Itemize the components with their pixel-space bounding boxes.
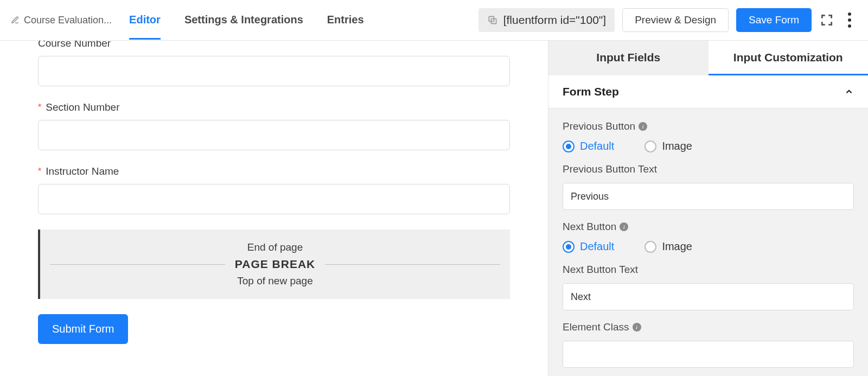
element-class-input[interactable] bbox=[563, 341, 854, 368]
fullscreen-icon[interactable] bbox=[819, 12, 834, 28]
field-label: * Section Number bbox=[38, 101, 510, 113]
radio-next-default[interactable]: Default bbox=[563, 240, 614, 253]
main-tabs: Editor Settings & Integrations Entries bbox=[129, 1, 472, 40]
panel-title: Form Step bbox=[563, 85, 619, 98]
panel-body: Previous Button i Default Image Previous… bbox=[548, 109, 868, 376]
radio-label: Image bbox=[662, 140, 692, 152]
field-course-number[interactable]: Course Number bbox=[38, 41, 510, 86]
copy-icon bbox=[487, 15, 498, 26]
field-label: * Instructor Name bbox=[38, 165, 510, 177]
info-icon[interactable]: i bbox=[620, 222, 628, 231]
sidebar: Input Fields Input Customization Form St… bbox=[548, 41, 868, 376]
setting-label: Next Button i bbox=[563, 221, 854, 233]
chevron-up-icon bbox=[844, 87, 854, 97]
setting-label: Element Class i bbox=[563, 321, 854, 333]
page-break-top: Top of new page bbox=[50, 275, 500, 287]
page-break-title: PAGE BREAK bbox=[50, 258, 500, 271]
label-text: Section Number bbox=[46, 101, 119, 113]
setting-prev-text: Previous Button Text bbox=[563, 163, 854, 210]
setting-element-class: Element Class i bbox=[563, 321, 854, 368]
editor-area: Course Number * Section Number * Instruc… bbox=[0, 41, 548, 376]
more-menu-icon[interactable] bbox=[842, 12, 857, 28]
setting-previous-button: Previous Button i Default Image bbox=[563, 120, 854, 152]
tab-entries[interactable]: Entries bbox=[327, 1, 364, 40]
instructor-name-input[interactable] bbox=[38, 184, 510, 214]
header-controls: [fluentform id="100"] Preview & Design S… bbox=[478, 8, 857, 32]
label-text: Instructor Name bbox=[46, 165, 119, 177]
required-mark: * bbox=[38, 103, 41, 112]
panel-header[interactable]: Form Step bbox=[548, 75, 868, 109]
next-button-text-input[interactable] bbox=[563, 283, 854, 310]
shortcode-text: [fluentform id="100"] bbox=[503, 14, 606, 27]
radio-prev-default[interactable]: Default bbox=[563, 140, 614, 152]
radio-row-prev: Default Image bbox=[563, 140, 854, 152]
setting-label: Next Button Text bbox=[563, 264, 854, 276]
page-break-block[interactable]: End of page PAGE BREAK Top of new page bbox=[38, 230, 510, 299]
radio-row-next: Default Image bbox=[563, 240, 854, 253]
info-icon[interactable]: i bbox=[639, 122, 647, 131]
topbar: Course Evaluation... Editor Settings & I… bbox=[0, 0, 868, 41]
radio-circle bbox=[644, 241, 656, 253]
field-instructor-name[interactable]: * Instructor Name bbox=[38, 165, 510, 214]
tab-input-customization[interactable]: Input Customization bbox=[709, 41, 869, 75]
form-title: Course Evaluation... bbox=[24, 15, 112, 26]
tab-settings[interactable]: Settings & Integrations bbox=[184, 1, 303, 40]
radio-label: Default bbox=[580, 240, 614, 253]
setting-next-text: Next Button Text bbox=[563, 264, 854, 310]
form-title-wrap[interactable]: Course Evaluation... bbox=[11, 15, 112, 26]
preview-button[interactable]: Preview & Design bbox=[622, 8, 729, 32]
info-icon[interactable]: i bbox=[633, 323, 641, 332]
main: Course Number * Section Number * Instruc… bbox=[0, 41, 868, 376]
setting-label: Previous Button Text bbox=[563, 163, 854, 175]
course-number-input[interactable] bbox=[38, 56, 510, 86]
radio-label: Default bbox=[580, 140, 614, 152]
setting-next-button: Next Button i Default Image bbox=[563, 221, 854, 253]
shortcode-box[interactable]: [fluentform id="100"] bbox=[478, 8, 615, 32]
sidebar-tabs: Input Fields Input Customization bbox=[548, 41, 868, 75]
pencil-icon bbox=[11, 16, 20, 24]
page-break-end: End of page bbox=[50, 241, 500, 253]
radio-prev-image[interactable]: Image bbox=[644, 140, 692, 152]
save-form-button[interactable]: Save Form bbox=[736, 8, 812, 32]
label-text: Course Number bbox=[38, 41, 111, 49]
radio-circle bbox=[563, 241, 575, 253]
tab-editor[interactable]: Editor bbox=[129, 1, 161, 40]
field-section-number[interactable]: * Section Number bbox=[38, 101, 510, 150]
tab-input-fields[interactable]: Input Fields bbox=[548, 41, 709, 75]
setting-label: Previous Button i bbox=[563, 120, 854, 132]
field-label: Course Number bbox=[38, 41, 510, 49]
submit-form-button[interactable]: Submit Form bbox=[38, 314, 128, 344]
radio-label: Image bbox=[662, 240, 692, 253]
radio-circle bbox=[644, 141, 656, 152]
prev-button-text-input[interactable] bbox=[563, 183, 854, 210]
radio-circle bbox=[563, 141, 575, 152]
radio-next-image[interactable]: Image bbox=[644, 240, 692, 253]
required-mark: * bbox=[38, 167, 41, 176]
section-number-input[interactable] bbox=[38, 120, 510, 150]
